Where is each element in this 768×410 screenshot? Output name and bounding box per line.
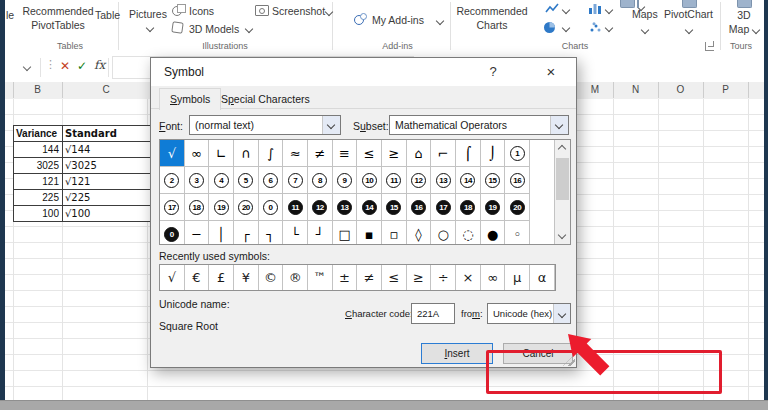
subset-dropdown[interactable]: Mathematical Operators — [389, 115, 569, 135]
symbol-cell[interactable]: ≡ — [333, 140, 358, 167]
icons-button[interactable]: Icons — [189, 5, 214, 17]
chevron-down-icon[interactable] — [146, 24, 154, 32]
symbol-cell[interactable]: ⌐ — [431, 140, 456, 167]
dropdown-button[interactable] — [322, 116, 340, 134]
chevron-down-icon[interactable] — [752, 26, 760, 34]
symbol-cell[interactable]: 0 — [160, 221, 185, 245]
my-addins-button[interactable]: My Add-ins — [372, 14, 424, 26]
column-header-b[interactable]: B — [13, 82, 63, 98]
insert-function-icon[interactable]: fx — [94, 58, 105, 72]
recent-symbol-cell[interactable]: ∞ — [481, 265, 506, 290]
symbol-cell[interactable]: ⌠ — [456, 140, 481, 167]
3d-map-button[interactable]: 3D Map — [725, 8, 763, 36]
symbol-cell[interactable]: 18 — [456, 194, 481, 221]
symbol-cell[interactable]: ≤ — [357, 140, 382, 167]
symbol-cell[interactable]: ∩ — [234, 140, 259, 167]
symbol-cell[interactable]: ▪ — [357, 221, 382, 245]
symbol-cell[interactable]: 10 — [357, 167, 382, 194]
3d-models-button[interactable]: 3D Models — [189, 23, 239, 35]
recent-symbol-cell[interactable]: µ — [505, 265, 530, 290]
symbol-cell[interactable]: 16 — [407, 194, 432, 221]
symbol-cell[interactable]: 14 — [357, 194, 382, 221]
symbol-cell[interactable]: 16 — [505, 167, 530, 194]
charts-dialog-launcher-icon[interactable] — [705, 42, 714, 51]
recent-symbol-cell[interactable]: ¥ — [234, 265, 259, 290]
symbol-cell[interactable]: ● — [481, 221, 506, 245]
chevron-down-icon[interactable] — [562, 24, 570, 32]
help-button[interactable]: ? — [480, 63, 506, 81]
symbol-cell[interactable]: 6 — [259, 167, 284, 194]
symbol-cell[interactable]: 13 — [431, 167, 456, 194]
recommended-pivottables-button[interactable]: Recommended PivotTables — [20, 4, 96, 32]
table-button[interactable]: Table — [95, 9, 120, 21]
scatter-chart-icon[interactable] — [589, 22, 602, 33]
tab-special-characters[interactable]: Special Characters — [211, 90, 320, 109]
column-header-c[interactable]: C — [62, 82, 151, 98]
symbol-cell[interactable]: ◊ — [407, 221, 432, 245]
table-header-cell[interactable]: Standard Deviation — [63, 126, 152, 142]
symbol-cell[interactable]: ◌ — [456, 221, 481, 245]
dropdown-button[interactable] — [550, 116, 568, 134]
table-cell[interactable]: √144 — [63, 142, 152, 158]
symbol-cell[interactable]: 0 — [259, 194, 284, 221]
name-box-chevron-icon[interactable] — [23, 63, 31, 71]
symbol-cell[interactable]: ⌂ — [407, 140, 432, 167]
symbol-cell[interactable]: 2 — [160, 167, 185, 194]
symbol-grid-scrollbar[interactable] — [554, 140, 570, 244]
close-button[interactable]: × — [538, 63, 564, 81]
symbol-cell[interactable]: 5 — [234, 167, 259, 194]
treemap-chart-icon-cut[interactable] — [620, 0, 635, 8]
symbol-cell[interactable]: 12 — [407, 167, 432, 194]
table-cell[interactable]: 100 — [14, 206, 63, 222]
column-header-m[interactable]: M — [577, 82, 614, 98]
symbol-cell[interactable]: ⌡ — [481, 140, 506, 167]
chevron-down-icon[interactable] — [605, 6, 613, 14]
recent-symbol-cell[interactable]: ÷ — [431, 265, 456, 290]
recent-symbol-cell[interactable]: ≥ — [407, 265, 432, 290]
symbol-cell[interactable]: 1 — [505, 140, 530, 167]
symbol-cell[interactable]: 15 — [382, 194, 407, 221]
font-dropdown[interactable]: (normal text) — [189, 115, 341, 135]
symbol-cell[interactable]: ─ — [185, 221, 210, 245]
column-header-o[interactable]: O — [658, 82, 704, 98]
recent-symbol-cell[interactable]: € — [185, 265, 210, 290]
symbol-cell[interactable]: ○ — [431, 221, 456, 245]
symbol-cell[interactable]: ≥ — [382, 140, 407, 167]
chevron-down-icon[interactable] — [245, 25, 253, 33]
cancel-entry-icon[interactable]: ✕ — [60, 59, 70, 73]
scroll-down-button[interactable] — [555, 229, 570, 244]
symbol-cell[interactable]: ∫ — [259, 140, 284, 167]
symbol-cell[interactable]: 17 — [160, 194, 185, 221]
chevron-down-icon[interactable] — [605, 24, 613, 32]
symbol-cell[interactable]: 13 — [333, 194, 358, 221]
symbol-cell[interactable]: ∟ — [209, 140, 234, 167]
chevron-down-icon[interactable] — [562, 6, 570, 14]
column-header-p[interactable]: P — [703, 82, 749, 98]
bar-chart-icon[interactable] — [588, 2, 602, 14]
symbol-cell[interactable]: 9 — [333, 167, 358, 194]
character-code-input[interactable]: 221A — [411, 303, 455, 324]
recent-symbol-cell[interactable]: α — [530, 265, 555, 290]
table-cell[interactable]: √121 — [63, 174, 152, 190]
chevron-down-icon[interactable] — [641, 26, 649, 34]
symbol-cell[interactable]: 19 — [209, 194, 234, 221]
pivotchart-button[interactable]: PivotChart — [664, 8, 713, 20]
recent-symbol-cell[interactable]: ≤ — [382, 265, 407, 290]
symbol-cell[interactable]: ┐ — [259, 221, 284, 245]
symbol-cell[interactable]: ┘ — [308, 221, 333, 245]
table-cell[interactable]: √100 — [63, 206, 152, 222]
line-chart-icon[interactable] — [545, 3, 559, 14]
maps-button[interactable]: Maps — [632, 8, 658, 20]
from-dropdown[interactable]: Unicode (hex) — [487, 303, 571, 324]
symbol-cell[interactable]: 14 — [456, 167, 481, 194]
recent-symbol-cell[interactable]: ≠ — [357, 265, 382, 290]
chevron-down-icon[interactable] — [436, 17, 444, 25]
pie-chart-icon[interactable] — [543, 21, 556, 34]
symbol-cell[interactable]: 3 — [185, 167, 210, 194]
symbol-cell[interactable]: 15 — [481, 167, 506, 194]
symbol-cell[interactable]: 4 — [209, 167, 234, 194]
table-cell[interactable]: 3025 — [14, 158, 63, 174]
symbol-cell[interactable]: 19 — [481, 194, 506, 221]
symbol-cell[interactable]: □ — [333, 221, 358, 245]
scroll-up-button[interactable] — [555, 140, 570, 155]
